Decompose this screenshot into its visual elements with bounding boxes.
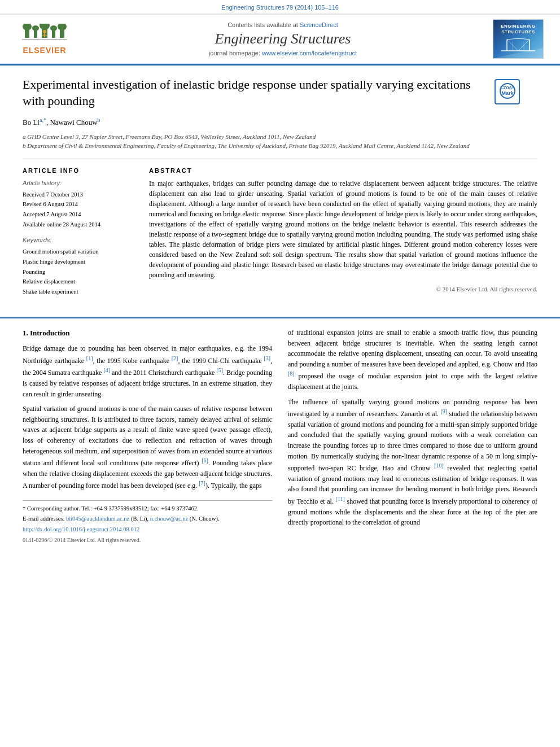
intro-col-left: 1. Introduction Bridge damage due to pou…	[23, 327, 272, 544]
title-row: Experimental investigation of inelastic …	[23, 77, 537, 117]
body-section: 1. Introduction Bridge damage due to pou…	[0, 327, 560, 556]
keyword-5: Shake table experiment	[23, 287, 135, 297]
keyword-4: Relative displacement	[23, 277, 135, 287]
crossmark-badge[interactable]: Cross Mark	[495, 79, 520, 104]
copyright-notice: © 2014 Elsevier Ltd. All rights reserved…	[149, 286, 537, 292]
journal-homepage: journal homepage: www.elsevier.com/locat…	[81, 50, 484, 56]
authors-line: Bo Lia,*, Nawawi Chouwb	[23, 117, 537, 127]
elsevier-logo-area: ELSEVIER	[8, 24, 81, 55]
svg-text:Mark: Mark	[501, 90, 514, 96]
affiliation-a: a GHD Centre Level 3, 27 Napier Street, …	[23, 132, 537, 142]
journal-title: Engineering Structures	[81, 30, 484, 47]
svg-point-5	[40, 24, 50, 30]
affiliations: a GHD Centre Level 3, 27 Napier Street, …	[23, 132, 537, 151]
article-dates: Received 7 October 2013 Revised 6 August…	[23, 190, 135, 230]
journal-ref-bar: Engineering Structures 79 (2014) 105–116	[0, 0, 560, 14]
elsevier-wordmark: ELSEVIER	[23, 46, 66, 55]
journal-title-area: Contents lists available at ScienceDirec…	[81, 21, 484, 56]
issn-line: 0141-0296/© 2014 Elsevier Ltd. All right…	[23, 536, 272, 544]
keyword-3: Pounding	[23, 267, 135, 277]
article-header: Experimental investigation of inelastic …	[0, 65, 560, 308]
received-date: Received 7 October 2013	[23, 190, 135, 200]
intro-para-1: Bridge damage due to pounding has been o…	[23, 343, 272, 399]
svg-point-1	[23, 24, 32, 30]
email-2-link[interactable]: n.chouw@ac.nz	[150, 516, 188, 522]
revised-date: Revised 6 August 2014	[23, 199, 135, 209]
author-1-affil: a,*	[40, 117, 46, 123]
journal-header: ELSEVIER Contents lists available at Sci…	[0, 14, 560, 64]
article-history-label: Article history:	[23, 180, 135, 186]
svg-text:Cross: Cross	[500, 85, 515, 90]
sciencedirect-link[interactable]: ScienceDirect	[300, 21, 338, 28]
footnote-section: * Corresponding author. Tel.: +64 9 3737…	[23, 500, 272, 544]
svg-point-9	[58, 24, 67, 30]
intro-para-4: The influence of spatially varying groun…	[288, 397, 537, 528]
keywords-section: Keywords: Ground motion spatial variatio…	[23, 237, 135, 297]
doi-link[interactable]: http://dx.doi.org/10.1016/j.engstruct.20…	[23, 525, 272, 534]
journal-cover-area: ENGINEERINGSTRUCTURES	[484, 19, 552, 59]
accepted-date: Accepted 7 August 2014	[23, 209, 135, 220]
svg-point-10	[43, 30, 46, 33]
elsevier-tree-icon	[19, 24, 70, 43]
email-footnote: E-mail addresses: bli045@aucklanduni.ac.…	[23, 514, 272, 523]
abstract-panel: ABSTRACT In major earthquakes, bridges c…	[149, 167, 537, 298]
journal-ref-text: Engineering Structures 79 (2014) 105–116	[221, 4, 339, 11]
intro-para-2: Spatial variation of ground motions is o…	[23, 404, 272, 491]
intro-para-3: of traditional expansion joints are smal…	[288, 327, 537, 392]
svg-point-3	[32, 25, 39, 31]
article-title: Experimental investigation of inelastic …	[23, 77, 485, 109]
article-info-panel: ARTICLE INFO Article history: Received 7…	[23, 167, 135, 298]
homepage-url[interactable]: www.elsevier.com/locate/engstruct	[262, 50, 357, 56]
svg-point-7	[50, 25, 57, 31]
sciencedirect-line: Contents lists available at ScienceDirec…	[81, 21, 484, 28]
affiliation-b: b Department of Civil & Environmental En…	[23, 141, 537, 151]
keyword-1: Ground motion spatial variation	[23, 247, 135, 257]
intro-two-col: 1. Introduction Bridge damage due to pou…	[23, 327, 537, 544]
email-1-link[interactable]: bli045@aucklanduni.ac.nz	[66, 516, 129, 522]
author-1-name: Bo Li	[23, 119, 40, 127]
corresponding-footnote: * Corresponding author. Tel.: +64 9 3737…	[23, 504, 272, 513]
keywords-label: Keywords:	[23, 237, 135, 243]
available-date: Available online 28 August 2014	[23, 220, 135, 230]
section-divider	[23, 159, 537, 159]
abstract-body: In major earthquakes, bridges can suffer…	[149, 178, 537, 280]
abstract-heading: ABSTRACT	[149, 167, 537, 174]
journal-cover-image: ENGINEERINGSTRUCTURES	[493, 19, 544, 59]
body-divider	[0, 317, 560, 318]
author-2-affil: b	[98, 117, 100, 123]
info-abstract-section: ARTICLE INFO Article history: Received 7…	[23, 167, 537, 298]
article-info-heading: ARTICLE INFO	[23, 167, 135, 174]
section-1-heading: 1. Introduction	[23, 327, 272, 339]
intro-col-right: of traditional expansion joints are smal…	[288, 327, 537, 544]
keyword-2: Plastic hinge development	[23, 257, 135, 267]
